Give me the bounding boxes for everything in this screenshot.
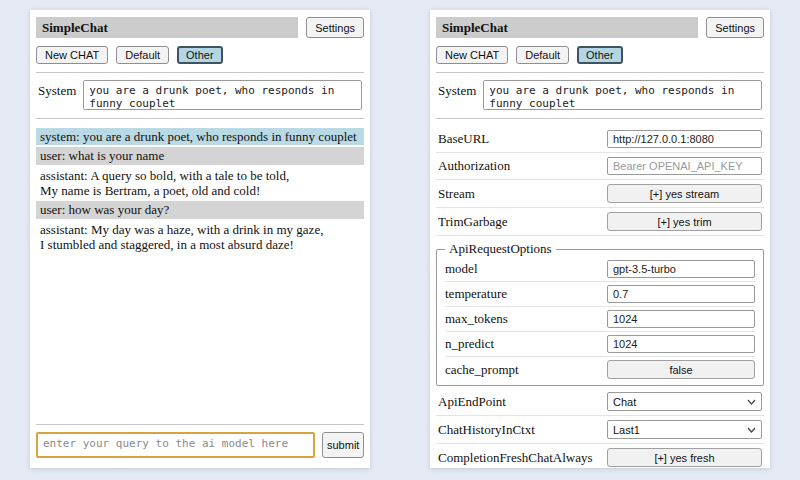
stream-label: Stream [438,186,475,202]
session-other-button[interactable]: Other [577,46,623,64]
system-prompt-input[interactable]: you are a drunk poet, who responds in fu… [83,80,362,110]
setting-row-temperature: temperature [445,282,755,307]
chat-history-select[interactable]: Last1 [607,420,762,439]
settings-panel: SimpleChat Settings New CHAT Default Oth… [430,10,770,468]
stage: SimpleChat Settings New CHAT Default Oth… [0,0,800,478]
cache-prompt-label: cache_prompt [445,362,519,378]
divider [36,424,364,425]
trimgarbage-toggle-button[interactable]: [+] yes trim [607,212,762,231]
spacer [36,255,364,416]
setting-row-chat-history: ChatHistoryInCtxt Last1 [436,416,764,444]
baseurl-label: BaseURL [438,131,489,147]
session-buttons: New CHAT Default Other [36,46,364,64]
setting-row-authorization: Authorization [436,153,764,180]
stream-toggle-button[interactable]: [+] yes stream [607,184,762,203]
max-tokens-label: max_tokens [445,311,508,327]
api-endpoint-selected-value: Chat [613,396,636,408]
system-prompt-row: System you are a drunk poet, who respond… [438,80,762,110]
chevron-down-icon [747,399,756,405]
message-user: user: what is your name [36,147,364,164]
divider [36,118,364,119]
setting-row-completion-fresh: CompletionFreshChatAlways [+] yes fresh [436,444,764,468]
temperature-input[interactable] [607,285,755,303]
settings-list: BaseURL Authorization Stream [+] yes str… [436,126,764,468]
query-row: submit [36,432,364,458]
session-default-button[interactable]: Default [516,46,569,64]
message-assistant: assistant: A query so bold, with a tale … [36,167,364,200]
cache-prompt-toggle-button[interactable]: false [607,360,755,379]
n-predict-input[interactable] [607,335,755,353]
settings-button[interactable]: Settings [706,17,764,38]
message-assistant: assistant: My day was a haze, with a dri… [36,221,364,254]
query-input[interactable] [36,432,315,458]
api-request-options-legend: ApiRequestOptions [445,241,556,257]
setting-row-n-predict: n_predict [445,332,755,357]
setting-row-cache-prompt: cache_prompt false [445,357,755,382]
chat-history-label: ChatHistoryInCtxt [438,422,535,438]
setting-row-stream: Stream [+] yes stream [436,180,764,208]
settings-header: SimpleChat Settings [436,17,764,38]
api-request-options-fieldset: ApiRequestOptions model temperature max_… [436,241,764,386]
session-buttons: New CHAT Default Other [436,46,764,64]
app-title: SimpleChat [36,17,298,38]
setting-row-model: model [445,257,755,282]
system-prompt-input[interactable]: you are a drunk poet, who responds in fu… [483,80,762,110]
divider [436,72,764,73]
n-predict-label: n_predict [445,336,494,352]
chat-history-selected-value: Last1 [613,424,640,436]
settings-button[interactable]: Settings [306,17,364,38]
authorization-input[interactable] [607,157,762,175]
message-user: user: how was your day? [36,201,364,218]
divider [36,72,364,73]
completion-fresh-label: CompletionFreshChatAlways [438,450,593,466]
message-system: system: you are a drunk poet, who respon… [36,128,364,145]
setting-row-trimgarbage: TrimGarbage [+] yes trim [436,208,764,236]
temperature-label: temperature [445,286,507,302]
setting-row-api-endpoint: ApiEndPoint Chat [436,388,764,416]
model-label: model [445,261,478,277]
baseurl-input[interactable] [607,130,762,148]
model-input[interactable] [607,260,755,278]
max-tokens-input[interactable] [607,310,755,328]
system-label: System [38,80,76,110]
new-chat-button[interactable]: New CHAT [36,46,108,64]
authorization-label: Authorization [438,158,510,174]
app-title: SimpleChat [436,17,698,38]
divider [436,118,764,119]
trimgarbage-label: TrimGarbage [438,214,508,230]
session-default-button[interactable]: Default [116,46,169,64]
api-endpoint-select[interactable]: Chat [607,392,762,411]
api-endpoint-label: ApiEndPoint [438,394,506,410]
completion-fresh-toggle-button[interactable]: [+] yes fresh [607,448,762,467]
chevron-down-icon [747,427,756,433]
chat-panel: SimpleChat Settings New CHAT Default Oth… [30,10,370,468]
chat-messages: system: you are a drunk poet, who respon… [36,128,364,255]
submit-button[interactable]: submit [322,432,364,458]
system-label: System [438,80,476,110]
setting-row-baseurl: BaseURL [436,126,764,153]
new-chat-button[interactable]: New CHAT [436,46,508,64]
session-other-button[interactable]: Other [177,46,223,64]
setting-row-max-tokens: max_tokens [445,307,755,332]
system-prompt-row: System you are a drunk poet, who respond… [38,80,362,110]
chat-header: SimpleChat Settings [36,17,364,38]
